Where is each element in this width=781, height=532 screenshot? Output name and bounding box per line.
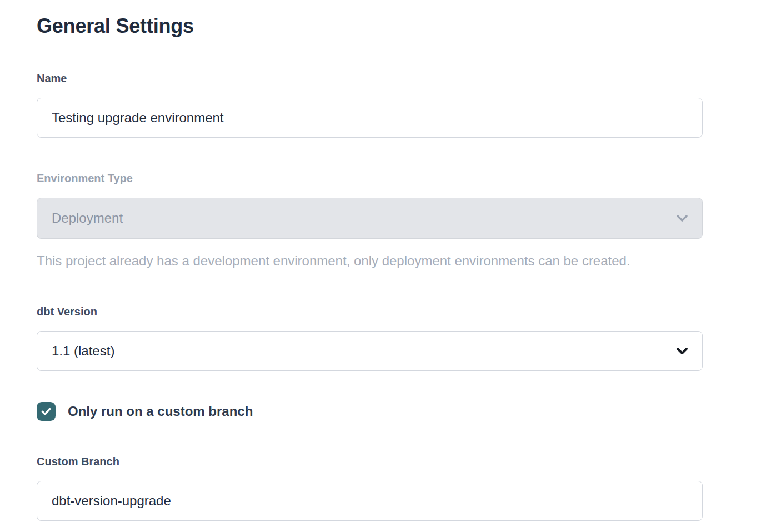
- dbt-version-label: dbt Version: [37, 305, 703, 318]
- custom-branch-checkbox-row[interactable]: Only run on a custom branch: [37, 402, 253, 421]
- dbt-version-field-group: dbt Version 1.1 (latest): [37, 305, 703, 371]
- custom-branch-checkbox-label: Only run on a custom branch: [68, 404, 253, 419]
- custom-branch-label: Custom Branch: [37, 455, 703, 468]
- environment-type-label: Environment Type: [37, 172, 703, 184]
- dbt-version-select[interactable]: 1.1 (latest): [37, 331, 703, 371]
- name-input[interactable]: [37, 98, 703, 138]
- custom-branch-checkbox[interactable]: [37, 402, 56, 421]
- environment-type-value: Deployment: [52, 210, 123, 226]
- custom-branch-input[interactable]: [37, 481, 703, 521]
- dbt-version-value: 1.1 (latest): [52, 343, 114, 359]
- chevron-down-icon: [674, 210, 690, 226]
- page-title: General Settings: [37, 14, 703, 38]
- name-field-group: Name: [37, 72, 703, 138]
- custom-branch-field-group: Custom Branch: [37, 455, 703, 521]
- general-settings-page: General Settings Name Environment Type D…: [0, 0, 781, 532]
- environment-type-field-group: Environment Type Deployment This project…: [37, 172, 703, 269]
- chevron-down-icon: [674, 343, 690, 359]
- name-label: Name: [37, 72, 703, 84]
- checkmark-icon: [40, 405, 52, 418]
- environment-type-help-text: This project already has a development e…: [37, 253, 703, 269]
- environment-type-select: Deployment: [37, 198, 703, 239]
